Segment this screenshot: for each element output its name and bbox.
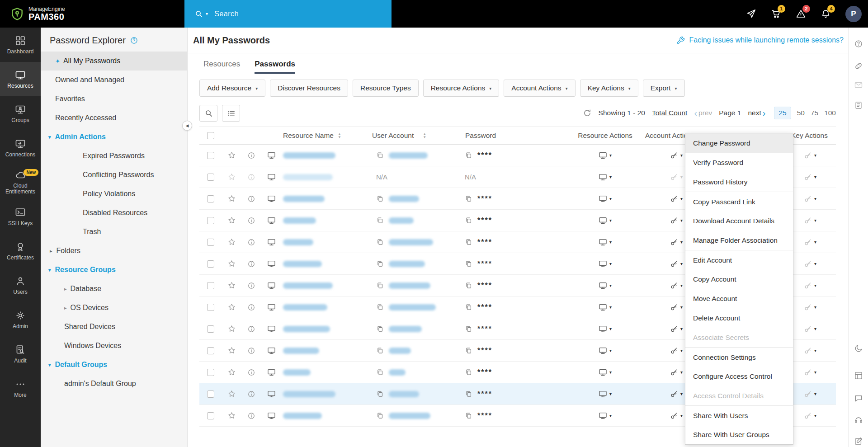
row-checkbox[interactable] bbox=[207, 412, 214, 419]
resource-types-button[interactable]: Resource Types bbox=[353, 80, 419, 97]
row-checkbox[interactable] bbox=[207, 260, 214, 268]
resource-name-redacted[interactable] bbox=[283, 152, 335, 159]
menu-item-share-with-users[interactable]: Share With Users bbox=[685, 405, 793, 425]
resource-name-redacted[interactable] bbox=[283, 174, 333, 180]
col-header-user-account[interactable]: User Account▲▼ bbox=[370, 132, 458, 140]
copy-password-icon[interactable] bbox=[465, 347, 472, 354]
row-checkbox[interactable] bbox=[207, 239, 214, 246]
resource-name-redacted[interactable] bbox=[283, 348, 319, 354]
explorer-section-default-groups[interactable]: ▾Default Groups bbox=[41, 355, 187, 374]
favorite-star-icon[interactable] bbox=[227, 151, 236, 160]
row-checkbox[interactable] bbox=[207, 152, 214, 159]
help-icon[interactable] bbox=[854, 39, 863, 48]
copy-account-icon[interactable] bbox=[376, 412, 384, 419]
copy-password-icon[interactable] bbox=[465, 238, 472, 246]
explorer-item-conflicting-passwords[interactable]: Conflicting Passwords bbox=[41, 165, 187, 184]
user-account-redacted[interactable] bbox=[389, 152, 428, 159]
resource-name-redacted[interactable] bbox=[283, 261, 322, 267]
remote-sessions-link[interactable]: Facing issues while launching remote ses… bbox=[676, 36, 844, 45]
menu-item-password-history[interactable]: Password History bbox=[685, 172, 793, 192]
resource-actions-icon[interactable] bbox=[599, 368, 607, 376]
global-search[interactable]: ▾ bbox=[184, 0, 392, 28]
copy-account-icon[interactable] bbox=[376, 390, 384, 398]
resource-name-redacted[interactable] bbox=[283, 217, 316, 224]
menu-item-delete-account[interactable]: Delete Account bbox=[685, 308, 793, 328]
sidebar-item-admin[interactable]: Admin bbox=[0, 302, 41, 337]
key-actions-icon[interactable] bbox=[804, 260, 812, 268]
row-checkbox[interactable] bbox=[207, 282, 214, 289]
refresh-icon[interactable] bbox=[583, 108, 592, 118]
key-actions-icon[interactable] bbox=[804, 282, 812, 290]
explorer-item-expired-passwords[interactable]: Expired Passwords bbox=[41, 146, 187, 165]
key-actions-icon[interactable] bbox=[804, 238, 812, 246]
favorite-star-icon[interactable] bbox=[227, 281, 236, 290]
sidebar-item-more[interactable]: More bbox=[0, 371, 41, 405]
resource-name-redacted[interactable] bbox=[283, 413, 322, 419]
user-account-redacted[interactable] bbox=[389, 326, 422, 332]
explorer-item-disabled-resources[interactable]: Disabled Resources bbox=[41, 203, 187, 222]
key-actions-icon[interactable] bbox=[804, 347, 812, 355]
favorite-star-icon[interactable] bbox=[227, 325, 236, 333]
copy-account-icon[interactable] bbox=[376, 282, 384, 289]
info-icon[interactable] bbox=[247, 216, 255, 225]
key-actions-icon[interactable] bbox=[804, 195, 812, 203]
password-mask[interactable]: **** bbox=[477, 325, 492, 333]
copy-password-icon[interactable] bbox=[465, 151, 472, 159]
cart-icon[interactable]: 1 bbox=[771, 9, 781, 19]
help-icon[interactable] bbox=[130, 36, 138, 45]
resource-actions-icon[interactable] bbox=[599, 216, 607, 225]
password-mask[interactable]: **** bbox=[477, 347, 492, 355]
menu-item-share-with-user-groups[interactable]: Share With User Groups bbox=[685, 425, 793, 444]
favorite-star-icon[interactable] bbox=[227, 216, 236, 225]
sidebar-item-audit[interactable]: Audit bbox=[0, 337, 41, 371]
resource-name-redacted[interactable] bbox=[283, 391, 335, 397]
explorer-folder-folders[interactable]: ▸Folders bbox=[41, 241, 187, 260]
panel-icon[interactable] bbox=[854, 371, 863, 380]
menu-item-connection-settings[interactable]: Connection Settings bbox=[685, 347, 793, 367]
copy-account-icon[interactable] bbox=[376, 238, 384, 246]
favorite-star-icon[interactable] bbox=[227, 238, 236, 246]
page-size-100[interactable]: 100 bbox=[824, 109, 836, 117]
account-actions-key-icon[interactable] bbox=[670, 195, 678, 203]
key-actions-icon[interactable] bbox=[804, 216, 812, 225]
user-account-redacted[interactable] bbox=[389, 413, 430, 419]
total-count-link[interactable]: Total Count bbox=[652, 109, 687, 117]
explorer-item-owned-and-managed[interactable]: Owned and Managed bbox=[41, 71, 187, 89]
password-mask[interactable]: **** bbox=[477, 412, 492, 420]
row-checkbox[interactable] bbox=[207, 391, 214, 398]
account-actions-key-icon[interactable] bbox=[670, 325, 678, 333]
user-account-redacted[interactable] bbox=[389, 239, 433, 245]
copy-account-icon[interactable] bbox=[376, 260, 384, 268]
table-search-button[interactable] bbox=[199, 105, 217, 122]
resource-actions-button[interactable]: Resource Actions▾ bbox=[423, 80, 500, 97]
next-page[interactable]: next› bbox=[748, 109, 765, 117]
info-icon[interactable] bbox=[247, 151, 255, 160]
favorite-star-icon[interactable] bbox=[227, 368, 236, 376]
account-actions-key-icon[interactable] bbox=[670, 368, 678, 376]
info-icon[interactable] bbox=[247, 195, 255, 203]
explorer-item-admin-s-default-group[interactable]: admin's Default Group bbox=[41, 374, 187, 393]
key-actions-icon[interactable] bbox=[804, 151, 812, 160]
password-mask[interactable]: **** bbox=[477, 260, 492, 268]
resource-actions-icon[interactable] bbox=[599, 325, 607, 333]
account-actions-key-icon[interactable] bbox=[670, 173, 678, 181]
user-account-redacted[interactable] bbox=[389, 348, 411, 354]
key-actions-icon[interactable] bbox=[804, 303, 812, 311]
copy-account-icon[interactable] bbox=[376, 151, 384, 159]
resource-name-redacted[interactable] bbox=[283, 304, 327, 311]
user-account-redacted[interactable] bbox=[389, 282, 430, 289]
row-checkbox[interactable] bbox=[207, 174, 214, 181]
favorite-star-icon[interactable] bbox=[227, 259, 236, 268]
mail-icon[interactable] bbox=[854, 80, 863, 89]
favorite-star-icon[interactable] bbox=[227, 346, 236, 355]
menu-item-copy-account[interactable]: Copy Account bbox=[685, 269, 793, 289]
resource-name-redacted[interactable] bbox=[283, 369, 311, 376]
menu-item-copy-passcard-link[interactable]: Copy Passcard Link bbox=[685, 192, 793, 211]
account-actions-key-icon[interactable] bbox=[670, 282, 678, 290]
resource-actions-icon[interactable] bbox=[599, 238, 607, 246]
resource-name-redacted[interactable] bbox=[283, 282, 333, 289]
moon-icon[interactable] bbox=[854, 344, 863, 353]
search-scope-caret-icon[interactable]: ▾ bbox=[206, 11, 208, 16]
copy-password-icon[interactable] bbox=[465, 260, 472, 268]
menu-item-manage-folder-association[interactable]: Manage Folder Association bbox=[685, 231, 793, 250]
